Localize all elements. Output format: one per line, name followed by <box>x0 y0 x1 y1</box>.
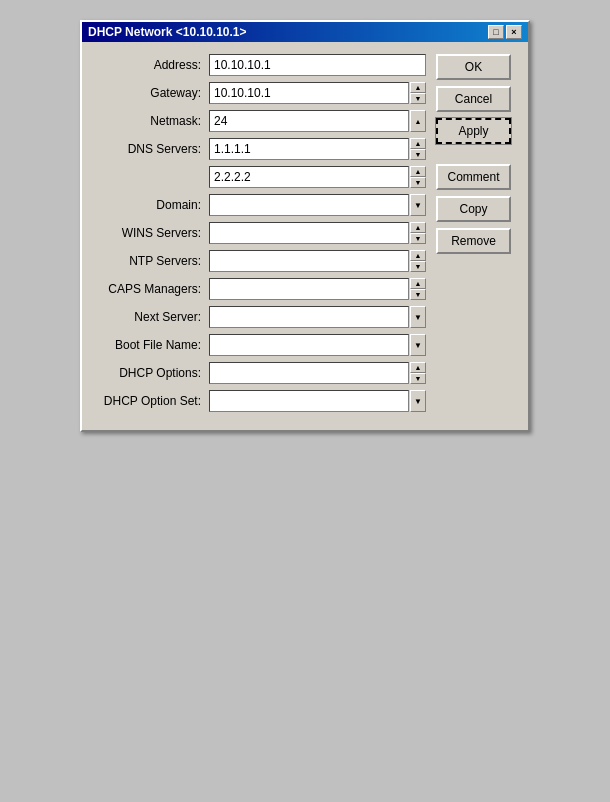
dropdown-dhcp-option-set[interactable]: ▼ <box>410 390 426 412</box>
input-next-server[interactable] <box>209 306 409 328</box>
input-wins-servers[interactable] <box>209 222 409 244</box>
input-ntp-servers[interactable] <box>209 250 409 272</box>
title-bar-controls: □ × <box>488 25 522 39</box>
label-gateway: Gateway: <box>94 86 209 100</box>
input-group-dns-servers-2: ▲▼ <box>209 166 426 188</box>
input-group-gateway: ▲▼ <box>209 82 426 104</box>
dialog-content: Address:Gateway:▲▼Netmask:▲DNS Servers:▲… <box>82 42 528 430</box>
label-wins-servers: WINS Servers: <box>94 226 209 240</box>
spin-up-caps-managers[interactable]: ▲ <box>410 278 426 289</box>
form-row-domain: Domain:▼ <box>94 194 426 216</box>
minimize-button[interactable]: □ <box>488 25 504 39</box>
ok-button[interactable]: OK <box>436 54 511 80</box>
remove-button[interactable]: Remove <box>436 228 511 254</box>
spin-down-caps-managers[interactable]: ▼ <box>410 289 426 300</box>
input-dhcp-option-set[interactable] <box>209 390 409 412</box>
input-group-caps-managers: ▲▼ <box>209 278 426 300</box>
form-area: Address:Gateway:▲▼Netmask:▲DNS Servers:▲… <box>94 54 426 418</box>
spin-up-ntp-servers[interactable]: ▲ <box>410 250 426 261</box>
close-button[interactable]: × <box>506 25 522 39</box>
form-row-dhcp-option-set: DHCP Option Set:▼ <box>94 390 426 412</box>
window-title: DHCP Network <10.10.10.1> <box>88 25 488 39</box>
button-divider <box>436 150 516 158</box>
input-caps-managers[interactable] <box>209 278 409 300</box>
apply-button[interactable]: Apply <box>436 118 511 144</box>
spin-up-netmask[interactable]: ▲ <box>410 110 426 132</box>
label-netmask: Netmask: <box>94 114 209 128</box>
spin-up-dns-servers-2[interactable]: ▲ <box>410 166 426 177</box>
input-address[interactable] <box>209 54 426 76</box>
input-dns-servers-2[interactable] <box>209 166 409 188</box>
input-group-ntp-servers: ▲▼ <box>209 250 426 272</box>
form-row-caps-managers: CAPS Managers:▲▼ <box>94 278 426 300</box>
input-group-dns-servers-1: ▲▼ <box>209 138 426 160</box>
input-group-boot-file-name: ▼ <box>209 334 426 356</box>
input-boot-file-name[interactable] <box>209 334 409 356</box>
label-boot-file-name: Boot File Name: <box>94 338 209 352</box>
spin-down-dhcp-options[interactable]: ▼ <box>410 373 426 384</box>
spin-up-dns-servers-1[interactable]: ▲ <box>410 138 426 149</box>
form-row-dns-servers-1: DNS Servers:▲▼ <box>94 138 426 160</box>
label-next-server: Next Server: <box>94 310 209 324</box>
input-netmask[interactable] <box>209 110 409 132</box>
input-gateway[interactable] <box>209 82 409 104</box>
spin-dhcp-options: ▲▼ <box>410 362 426 384</box>
label-dhcp-option-set: DHCP Option Set: <box>94 394 209 408</box>
form-row-boot-file-name: Boot File Name:▼ <box>94 334 426 356</box>
form-row-address: Address: <box>94 54 426 76</box>
spin-down-ntp-servers[interactable]: ▼ <box>410 261 426 272</box>
spin-down-gateway[interactable]: ▼ <box>410 93 426 104</box>
input-dhcp-options[interactable] <box>209 362 409 384</box>
dropdown-next-server[interactable]: ▼ <box>410 306 426 328</box>
input-group-netmask: ▲ <box>209 110 426 132</box>
input-group-next-server: ▼ <box>209 306 426 328</box>
dhcp-network-dialog: DHCP Network <10.10.10.1> □ × Address:Ga… <box>80 20 530 432</box>
title-bar: DHCP Network <10.10.10.1> □ × <box>82 22 528 42</box>
dropdown-boot-file-name[interactable]: ▼ <box>410 334 426 356</box>
spin-up-gateway[interactable]: ▲ <box>410 82 426 93</box>
form-row-dns-servers-2: ▲▼ <box>94 166 426 188</box>
spin-netmask: ▲ <box>410 110 426 132</box>
form-row-dhcp-options: DHCP Options:▲▼ <box>94 362 426 384</box>
label-dns-servers-1: DNS Servers: <box>94 142 209 156</box>
spin-dns-servers-2: ▲▼ <box>410 166 426 188</box>
label-caps-managers: CAPS Managers: <box>94 282 209 296</box>
form-row-next-server: Next Server:▼ <box>94 306 426 328</box>
spin-down-dns-servers-2[interactable]: ▼ <box>410 177 426 188</box>
input-group-dhcp-options: ▲▼ <box>209 362 426 384</box>
input-domain[interactable] <box>209 194 409 216</box>
label-ntp-servers: NTP Servers: <box>94 254 209 268</box>
spin-up-wins-servers[interactable]: ▲ <box>410 222 426 233</box>
comment-button[interactable]: Comment <box>436 164 511 190</box>
form-row-gateway: Gateway:▲▼ <box>94 82 426 104</box>
spin-ntp-servers: ▲▼ <box>410 250 426 272</box>
label-domain: Domain: <box>94 198 209 212</box>
spin-down-wins-servers[interactable]: ▼ <box>410 233 426 244</box>
form-row-netmask: Netmask:▲ <box>94 110 426 132</box>
cancel-button[interactable]: Cancel <box>436 86 511 112</box>
spin-gateway: ▲▼ <box>410 82 426 104</box>
label-address: Address: <box>94 58 209 72</box>
input-group-wins-servers: ▲▼ <box>209 222 426 244</box>
copy-button[interactable]: Copy <box>436 196 511 222</box>
dropdown-domain[interactable]: ▼ <box>410 194 426 216</box>
spin-wins-servers: ▲▼ <box>410 222 426 244</box>
form-row-ntp-servers: NTP Servers:▲▼ <box>94 250 426 272</box>
label-dhcp-options: DHCP Options: <box>94 366 209 380</box>
input-group-domain: ▼ <box>209 194 426 216</box>
spin-caps-managers: ▲▼ <box>410 278 426 300</box>
spin-dns-servers-1: ▲▼ <box>410 138 426 160</box>
input-group-dhcp-option-set: ▼ <box>209 390 426 412</box>
form-row-wins-servers: WINS Servers:▲▼ <box>94 222 426 244</box>
spin-up-dhcp-options[interactable]: ▲ <box>410 362 426 373</box>
input-dns-servers-1[interactable] <box>209 138 409 160</box>
button-area: OK Cancel Apply Comment Copy Remove <box>436 54 516 418</box>
spin-down-dns-servers-1[interactable]: ▼ <box>410 149 426 160</box>
input-group-address <box>209 54 426 76</box>
